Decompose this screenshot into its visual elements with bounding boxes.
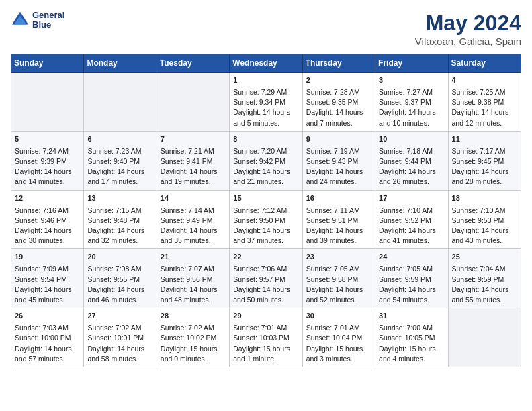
day-info: and 7 minutes.	[306, 118, 371, 128]
logo: General Blue	[11, 11, 64, 30]
day-info: Daylight: 14 hours	[379, 167, 444, 177]
day-info: and 19 minutes.	[161, 177, 226, 187]
day-info: Daylight: 15 hours	[161, 344, 226, 354]
day-info: Sunset: 9:51 PM	[306, 216, 371, 226]
day-info: Daylight: 14 hours	[306, 107, 371, 118]
day-cell: 10Sunrise: 7:18 AMSunset: 9:44 PMDayligh…	[375, 131, 448, 190]
day-info: Sunrise: 7:03 AM	[15, 323, 80, 333]
day-info: Daylight: 14 hours	[379, 226, 444, 236]
day-info: Sunset: 9:46 PM	[15, 216, 80, 226]
day-info: Sunset: 10:01 PM	[87, 333, 152, 343]
day-info: Sunset: 9:59 PM	[379, 275, 444, 285]
day-number: 29	[233, 311, 298, 322]
day-info: and 43 minutes.	[452, 236, 517, 246]
day-info: Daylight: 14 hours	[306, 167, 371, 177]
day-info: Sunrise: 7:21 AM	[161, 146, 226, 156]
day-number: 14	[161, 193, 226, 204]
day-number: 13	[87, 193, 152, 204]
day-info: Daylight: 14 hours	[452, 285, 517, 295]
day-info: Daylight: 14 hours	[306, 285, 371, 295]
day-number: 5	[15, 134, 80, 145]
day-info: Sunrise: 7:10 AM	[379, 205, 444, 216]
day-number: 23	[306, 252, 371, 263]
day-info: Sunrise: 7:05 AM	[306, 264, 371, 274]
col-header-thursday: Thursday	[302, 54, 375, 73]
day-cell: 12Sunrise: 7:16 AMSunset: 9:46 PMDayligh…	[11, 190, 84, 249]
day-info: Sunset: 9:35 PM	[306, 97, 371, 107]
day-info: Sunset: 10:03 PM	[233, 333, 298, 343]
day-info: and 46 minutes.	[87, 295, 152, 305]
logo-line1: General	[32, 11, 64, 20]
day-info: Sunset: 10:02 PM	[161, 333, 226, 343]
day-info: Sunrise: 7:29 AM	[233, 87, 298, 97]
day-number: 18	[452, 193, 517, 204]
day-info: Sunrise: 7:02 AM	[161, 323, 226, 333]
day-info: Sunset: 10:04 PM	[306, 333, 371, 343]
day-number: 22	[233, 252, 298, 263]
day-info: Daylight: 14 hours	[452, 226, 517, 236]
day-cell: 8Sunrise: 7:20 AMSunset: 9:42 PMDaylight…	[230, 131, 302, 190]
day-info: and 10 minutes.	[379, 118, 444, 128]
page-header: General Blue May 2024 Vilaxoan, Galicia,…	[11, 11, 521, 47]
day-info: Daylight: 14 hours	[452, 167, 517, 177]
day-info: and 41 minutes.	[379, 236, 444, 246]
day-info: Daylight: 14 hours	[15, 167, 80, 177]
day-info: Sunrise: 7:15 AM	[87, 205, 152, 216]
day-number: 10	[379, 134, 444, 145]
col-header-sunday: Sunday	[11, 54, 84, 73]
day-info: Sunset: 9:41 PM	[161, 156, 226, 167]
day-info: Daylight: 14 hours	[87, 167, 152, 177]
day-number: 25	[452, 252, 517, 263]
day-number: 31	[379, 311, 444, 322]
day-info: and 45 minutes.	[15, 295, 80, 305]
day-cell: 22Sunrise: 7:06 AMSunset: 9:57 PMDayligh…	[230, 249, 302, 308]
day-info: Sunrise: 7:14 AM	[161, 205, 226, 216]
day-cell: 31Sunrise: 7:00 AMSunset: 10:05 PMDaylig…	[375, 308, 448, 367]
day-cell: 20Sunrise: 7:08 AMSunset: 9:55 PMDayligh…	[84, 249, 157, 308]
day-info: Sunset: 9:55 PM	[87, 275, 152, 285]
day-info: Sunrise: 7:01 AM	[306, 323, 371, 333]
day-info: Sunrise: 7:04 AM	[452, 264, 517, 274]
day-number: 8	[233, 134, 298, 145]
day-info: Daylight: 15 hours	[379, 344, 444, 354]
day-info: and 4 minutes.	[379, 354, 444, 364]
day-info: Daylight: 14 hours	[161, 167, 226, 177]
day-info: Sunset: 9:43 PM	[306, 156, 371, 167]
day-cell: 24Sunrise: 7:05 AMSunset: 9:59 PMDayligh…	[375, 249, 448, 308]
logo-text: General Blue	[32, 11, 64, 30]
day-cell: 14Sunrise: 7:14 AMSunset: 9:49 PMDayligh…	[157, 190, 229, 249]
day-cell: 7Sunrise: 7:21 AMSunset: 9:41 PMDaylight…	[157, 131, 229, 190]
day-number: 1	[233, 75, 298, 86]
week-row-5: 26Sunrise: 7:03 AMSunset: 10:00 PMDaylig…	[11, 308, 521, 367]
day-info: Sunset: 10:05 PM	[379, 333, 444, 343]
day-info: Sunset: 9:56 PM	[161, 275, 226, 285]
day-number: 3	[379, 75, 444, 86]
day-info: Sunset: 9:45 PM	[452, 156, 517, 167]
calendar-table: SundayMondayTuesdayWednesdayThursdayFrid…	[11, 54, 521, 367]
day-info: Daylight: 14 hours	[15, 344, 80, 354]
week-row-1: 1Sunrise: 7:29 AMSunset: 9:34 PMDaylight…	[11, 73, 521, 132]
day-info: Sunrise: 7:05 AM	[379, 264, 444, 274]
day-cell: 16Sunrise: 7:11 AMSunset: 9:51 PMDayligh…	[302, 190, 375, 249]
day-info: Sunset: 9:53 PM	[452, 216, 517, 226]
week-row-2: 5Sunrise: 7:24 AMSunset: 9:39 PMDaylight…	[11, 131, 521, 190]
day-info: Daylight: 14 hours	[379, 285, 444, 295]
day-info: and 48 minutes.	[161, 295, 226, 305]
day-cell: 25Sunrise: 7:04 AMSunset: 9:59 PMDayligh…	[448, 249, 521, 308]
day-number: 9	[306, 134, 371, 145]
day-info: Sunrise: 7:24 AM	[15, 146, 80, 156]
day-info: and 55 minutes.	[452, 295, 517, 305]
day-number: 30	[306, 311, 371, 322]
day-cell: 17Sunrise: 7:10 AMSunset: 9:52 PMDayligh…	[375, 190, 448, 249]
day-info: Sunset: 9:48 PM	[87, 216, 152, 226]
day-info: and 37 minutes.	[233, 236, 298, 246]
day-cell: 3Sunrise: 7:27 AMSunset: 9:37 PMDaylight…	[375, 73, 448, 132]
day-cell: 13Sunrise: 7:15 AMSunset: 9:48 PMDayligh…	[84, 190, 157, 249]
day-number: 16	[306, 193, 371, 204]
day-info: Sunset: 9:42 PM	[233, 156, 298, 167]
day-info: Daylight: 14 hours	[15, 226, 80, 236]
day-info: Daylight: 14 hours	[15, 285, 80, 295]
day-info: Sunset: 9:38 PM	[452, 97, 517, 107]
day-info: and 12 minutes.	[452, 118, 517, 128]
day-cell: 19Sunrise: 7:09 AMSunset: 9:54 PMDayligh…	[11, 249, 84, 308]
